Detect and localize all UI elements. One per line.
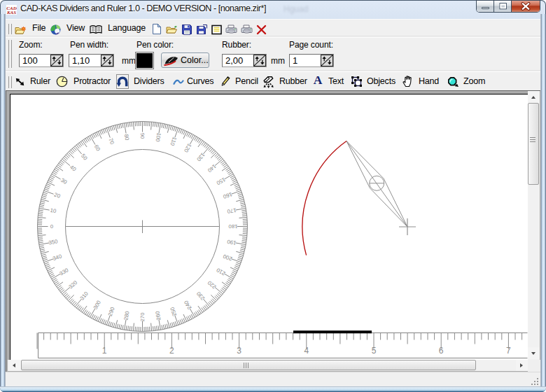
svg-text:270: 270 (139, 312, 146, 321)
svg-text:6: 6 (438, 346, 443, 356)
svg-text:160: 160 (221, 190, 232, 200)
svg-text:210: 210 (215, 266, 226, 276)
svg-text:110: 110 (169, 136, 178, 146)
svg-text:290: 290 (106, 305, 115, 316)
svg-text:90: 90 (139, 132, 146, 139)
svg-text:80: 80 (122, 133, 130, 141)
svg-text:20: 20 (53, 191, 62, 200)
svg-text:340: 340 (52, 253, 63, 262)
svg-text:250: 250 (169, 305, 178, 316)
svg-text:0: 0 (50, 223, 53, 230)
svg-text:10: 10 (49, 206, 57, 214)
svg-text:7: 7 (506, 346, 511, 356)
svg-text:2: 2 (169, 346, 174, 356)
svg-text:5: 5 (371, 346, 376, 356)
svg-text:300: 300 (92, 299, 102, 310)
svg-text:350: 350 (48, 238, 58, 246)
svg-text:240: 240 (182, 299, 192, 310)
svg-text:30: 30 (59, 176, 69, 185)
svg-text:280: 280 (122, 310, 130, 321)
svg-text:70: 70 (107, 137, 115, 146)
svg-text:60: 60 (92, 144, 101, 153)
svg-text:150: 150 (215, 176, 226, 186)
svg-text:100: 100 (154, 132, 162, 142)
svg-text:A: A (314, 74, 323, 85)
svg-text:200: 200 (221, 253, 232, 262)
svg-text:1: 1 (102, 346, 106, 356)
svg-text:4: 4 (304, 346, 309, 356)
svg-text:190: 190 (226, 238, 237, 246)
svg-text:KAS: KAS (6, 10, 16, 15)
svg-text:120: 120 (182, 142, 192, 153)
svg-text:3: 3 (237, 346, 241, 356)
svg-text:330: 330 (58, 266, 69, 276)
svg-text:260: 260 (154, 310, 162, 321)
svg-text:180: 180 (227, 223, 237, 230)
svg-text:170: 170 (226, 206, 237, 214)
